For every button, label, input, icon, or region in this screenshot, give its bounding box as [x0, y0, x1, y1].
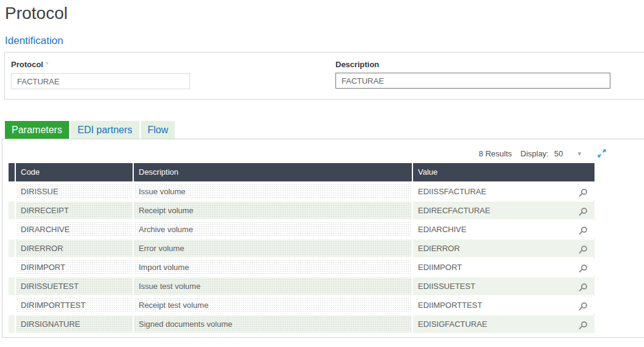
- description-input[interactable]: FACTURAE: [335, 73, 610, 89]
- value-text: EDIISSFACTURAE: [418, 187, 486, 196]
- search-icon[interactable]: [581, 208, 587, 214]
- code-text: DIRISSUE: [16, 184, 132, 199]
- search-icon[interactable]: [581, 321, 587, 327]
- description-text: Archive volume: [134, 222, 411, 237]
- column-header-description[interactable]: Description: [134, 163, 412, 181]
- display-value-dropdown[interactable]: 50: [554, 149, 563, 158]
- page-title: Protocol: [5, 4, 644, 23]
- search-icon[interactable]: [581, 283, 587, 290]
- code-text: DIRRECEIPT: [16, 203, 132, 218]
- section-heading-identification: Identification: [5, 35, 644, 47]
- row-selector[interactable]: [9, 277, 15, 295]
- code-cell: DIRISSUE: [16, 183, 133, 200]
- expand-arrows-glyph: [597, 148, 607, 158]
- description-cell: Import volume: [134, 258, 412, 276]
- description-cell: Signed documents volume: [134, 315, 412, 333]
- description-cell: Receipt test volume: [134, 296, 412, 314]
- protocol-field: Protocol* FACTURAE: [11, 60, 190, 99]
- results-count: 8 Results: [479, 149, 512, 158]
- column-header-value[interactable]: Value: [413, 163, 595, 181]
- value-text: EDISIGFACTURAE: [418, 320, 487, 329]
- value-text: EDIIMPORT: [418, 263, 462, 272]
- tab-edi-partners[interactable]: EDI partners: [71, 121, 139, 139]
- chevron-down-icon[interactable]: ▾: [577, 150, 581, 158]
- code-text: DIRIMPORT: [16, 260, 132, 275]
- value-cell[interactable]: EDISIGFACTURAE: [413, 315, 595, 333]
- value-cell[interactable]: EDIARCHIVE: [413, 221, 595, 238]
- search-icon[interactable]: [581, 189, 587, 195]
- description-text: Error volume: [134, 241, 411, 256]
- value-text: EDIRECFACTURAE: [418, 206, 490, 215]
- description-text: Receipt volume: [134, 203, 411, 218]
- code-text: DIRSIGNATURE: [16, 316, 132, 332]
- value-text: EDIERROR: [418, 244, 460, 253]
- description-cell: Archive volume: [134, 221, 412, 238]
- code-text: DIRERROR: [16, 241, 132, 256]
- code-text: DIRIMPORTTEST: [16, 298, 132, 313]
- row-selector[interactable]: [9, 202, 15, 219]
- value-cell[interactable]: EDIISSFACTURAE: [413, 183, 595, 200]
- search-icon[interactable]: [581, 227, 587, 233]
- row-selector[interactable]: [9, 258, 15, 276]
- row-selector[interactable]: [9, 221, 15, 238]
- description-text: Signed documents volume: [134, 316, 411, 332]
- description-label: Description: [335, 60, 610, 69]
- code-cell: DIRARCHIVE: [16, 221, 133, 238]
- identification-panel: Protocol* FACTURAE Description FACTURAE: [4, 52, 644, 100]
- code-cell: DIRISSUETEST: [16, 277, 133, 295]
- description-field: Description FACTURAE: [335, 60, 610, 99]
- protocol-label-text: Protocol: [11, 60, 43, 69]
- value-text: EDIISSUETEST: [418, 282, 475, 291]
- tab-bar: Parameters EDI partners Flow: [5, 121, 644, 139]
- value-text: EDIIMPORTTEST: [418, 301, 482, 310]
- required-asterisk-icon: *: [46, 60, 49, 69]
- search-icon[interactable]: [581, 265, 587, 271]
- protocol-label: Protocol*: [11, 60, 190, 70]
- search-icon[interactable]: [581, 302, 587, 309]
- description-text: Import volume: [134, 260, 411, 275]
- parameters-grid: Code Description Value DIRISSUE Issue vo…: [9, 163, 595, 333]
- description-cell: Issue test volume: [134, 277, 412, 295]
- tab-flow[interactable]: Flow: [141, 121, 175, 139]
- expand-icon[interactable]: [597, 148, 607, 158]
- value-cell[interactable]: EDIERROR: [413, 239, 595, 257]
- description-text: Receipt test volume: [134, 298, 411, 313]
- code-cell: DIRSIGNATURE: [16, 315, 133, 333]
- code-text: DIRISSUETEST: [16, 279, 132, 294]
- column-header-selector: [9, 163, 15, 181]
- code-cell: DIRIMPORTTEST: [16, 296, 133, 314]
- grid-toolbar: 8 Results Display: 50 ▾: [9, 147, 607, 159]
- value-cell[interactable]: EDIIMPORTTEST: [413, 296, 595, 314]
- code-cell: DIRERROR: [16, 239, 133, 257]
- code-text: DIRARCHIVE: [16, 222, 132, 237]
- code-cell: DIRIMPORT: [16, 258, 133, 276]
- description-cell: Error volume: [134, 239, 412, 257]
- row-selector[interactable]: [9, 239, 15, 257]
- column-header-code[interactable]: Code: [16, 163, 133, 181]
- code-cell: DIRRECEIPT: [16, 202, 133, 219]
- row-selector[interactable]: [9, 296, 15, 314]
- display-label: Display:: [521, 149, 549, 158]
- description-cell: Receipt volume: [134, 202, 412, 219]
- tab-parameters[interactable]: Parameters: [5, 121, 69, 139]
- parameters-tab-panel: 8 Results Display: 50 ▾ Code Description…: [2, 139, 644, 338]
- value-cell[interactable]: EDIISSUETEST: [413, 277, 595, 295]
- search-icon[interactable]: [581, 246, 587, 252]
- value-cell[interactable]: EDIIMPORT: [413, 258, 595, 276]
- value-cell[interactable]: EDIRECFACTURAE: [413, 202, 595, 219]
- protocol-input[interactable]: FACTURAE: [11, 73, 190, 89]
- description-cell: Issue volume: [134, 183, 412, 200]
- value-text: EDIARCHIVE: [418, 225, 466, 234]
- description-text: Issue test volume: [134, 279, 411, 294]
- row-selector[interactable]: [9, 183, 15, 200]
- row-selector[interactable]: [9, 315, 15, 333]
- description-text: Issue volume: [134, 184, 411, 199]
